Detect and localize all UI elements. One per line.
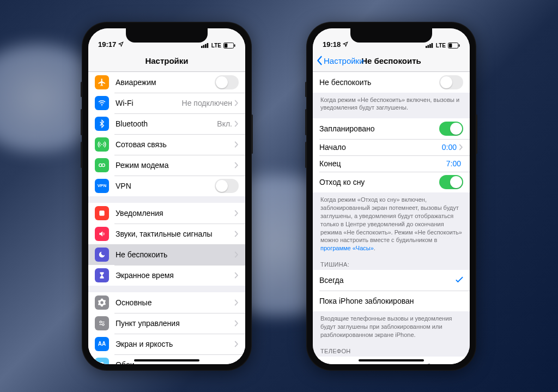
toggle-scheduled[interactable]: [439, 122, 463, 136]
hourglass-icon: [95, 268, 109, 282]
row-silence-always[interactable]: Всегда: [313, 270, 470, 291]
row-value: Не подключен: [182, 99, 232, 107]
row-label: Wi-Fi: [116, 99, 182, 107]
chevron-right-icon: [234, 210, 239, 216]
row-label: Пункт управления: [116, 319, 234, 328]
svg-rect-19: [431, 43, 433, 48]
svg-point-7: [101, 105, 102, 106]
row-label: Основные: [116, 298, 234, 307]
status-net: LTE: [211, 43, 221, 49]
row-airplane[interactable]: Авиарежим: [88, 72, 245, 93]
clock-app-link[interactable]: программе «Часы»: [320, 245, 374, 251]
svg-rect-1: [203, 45, 204, 48]
sounds-icon: [95, 227, 109, 241]
row-label: Всегда: [319, 276, 456, 285]
section-footer: Когда режим «Не беспокоить» включен, выз…: [313, 93, 470, 113]
toggle-vpn[interactable]: [215, 179, 239, 193]
svg-point-8: [101, 143, 102, 144]
svg-rect-16: [426, 46, 427, 48]
signal-icon: [201, 43, 209, 48]
row-label: Не беспокоить: [116, 250, 234, 259]
page-title: Настройки: [145, 56, 188, 65]
row-label: Авиарежим: [116, 78, 215, 87]
svg-rect-17: [427, 45, 429, 48]
row-dnd-enable[interactable]: Не беспокоить: [313, 72, 470, 93]
svg-point-9: [99, 164, 102, 166]
svg-rect-22: [459, 44, 460, 47]
antenna-icon: [95, 137, 109, 152]
row-sounds[interactable]: Звуки, тактильные сигналы: [88, 224, 245, 244]
phone-left: 19:17 LTE Настройки Авиарежим: [82, 22, 252, 371]
chevron-right-icon: [234, 162, 239, 168]
row-label: Не беспокоить: [319, 78, 439, 87]
row-label: Запланировано: [319, 124, 439, 133]
row-start[interactable]: Начало 0:00: [313, 139, 470, 155]
row-vpn[interactable]: VPN VPN: [88, 176, 245, 196]
row-cellular[interactable]: Сотовая связь: [88, 134, 245, 155]
svg-point-14: [99, 362, 104, 364]
row-end[interactable]: Конец 7:00: [313, 155, 470, 172]
row-value: Вкл.: [217, 119, 232, 128]
back-button[interactable]: Настройки: [316, 50, 364, 71]
row-bedtime[interactable]: Отход ко сну: [313, 172, 470, 192]
row-label: Начало: [319, 143, 442, 152]
settings-list: Авиарежим Wi-Fi Не подключен Bluetooth В…: [88, 72, 245, 364]
row-notifications[interactable]: Уведомления: [88, 203, 245, 224]
row-label: VPN: [116, 182, 215, 190]
chevron-right-icon: [234, 100, 239, 106]
display-icon: AA: [95, 337, 109, 351]
notch: [126, 28, 208, 43]
row-hotspot[interactable]: Режим модема: [88, 155, 245, 176]
row-label: Звуки, тактильные сигналы: [116, 230, 234, 238]
location-icon: [343, 41, 348, 47]
row-scheduled[interactable]: Запланировано: [313, 118, 470, 139]
chevron-right-icon: [234, 320, 239, 327]
row-control[interactable]: Пункт управления: [88, 313, 245, 334]
row-screentime[interactable]: Экранное время: [88, 265, 245, 286]
row-value: 0:00: [442, 143, 457, 152]
svg-point-13: [102, 323, 105, 325]
navbar: Настройки: [88, 50, 245, 72]
chevron-right-icon: [234, 251, 239, 258]
row-display[interactable]: AA Экран и яркость: [88, 334, 245, 354]
gear-icon: [95, 295, 109, 310]
battery-icon: [448, 43, 460, 49]
row-label: Отход ко сну: [319, 178, 439, 186]
row-label: Конец: [319, 159, 446, 168]
section-header: Тишина:: [313, 254, 470, 270]
chevron-right-icon: [234, 361, 239, 364]
chevron-right-icon: [234, 341, 239, 347]
toggle-dnd[interactable]: [439, 75, 463, 89]
row-general[interactable]: Основные: [88, 292, 245, 313]
chevron-right-icon: [459, 144, 463, 150]
row-wifi[interactable]: Wi-Fi Не подключен: [88, 93, 245, 113]
toggle-bedtime[interactable]: [439, 175, 463, 189]
row-value: От избранных: [407, 363, 457, 364]
checkmark-icon: [456, 276, 463, 285]
back-label: Настройки: [324, 56, 364, 65]
svg-rect-3: [207, 43, 208, 48]
toggle-airplane[interactable]: [215, 75, 239, 89]
notifications-icon: [95, 206, 109, 220]
row-silence-locked[interactable]: Пока iPhone заблокирован: [313, 291, 470, 311]
row-dnd[interactable]: Не беспокоить: [88, 244, 245, 265]
page-title: Не беспокоить: [361, 56, 421, 65]
svg-rect-2: [205, 44, 207, 48]
phone-right: 19:18 LTE Настройки Не беспокоить Не бес…: [306, 22, 476, 371]
hotspot-icon: [95, 158, 109, 172]
section-footer: Когда режим «Отход ко сну» включен, забл…: [313, 192, 470, 254]
row-label: Пока iPhone заблокирован: [319, 297, 463, 305]
notch: [350, 28, 432, 43]
status-time: 19:17: [98, 40, 116, 49]
home-indicator[interactable]: [359, 359, 424, 361]
row-label: Допуск вызовов: [319, 363, 407, 364]
svg-rect-5: [225, 43, 228, 47]
moon-icon: [95, 248, 109, 262]
home-indicator[interactable]: [134, 359, 199, 361]
section-header: Телефон: [313, 340, 470, 357]
svg-point-10: [102, 164, 105, 166]
section-footer: Входящие телефонные вызовы и уведомления…: [313, 311, 470, 340]
row-bluetooth[interactable]: Bluetooth Вкл.: [88, 113, 245, 134]
row-label: Bluetooth: [116, 119, 217, 128]
chevron-right-icon: [234, 120, 239, 127]
